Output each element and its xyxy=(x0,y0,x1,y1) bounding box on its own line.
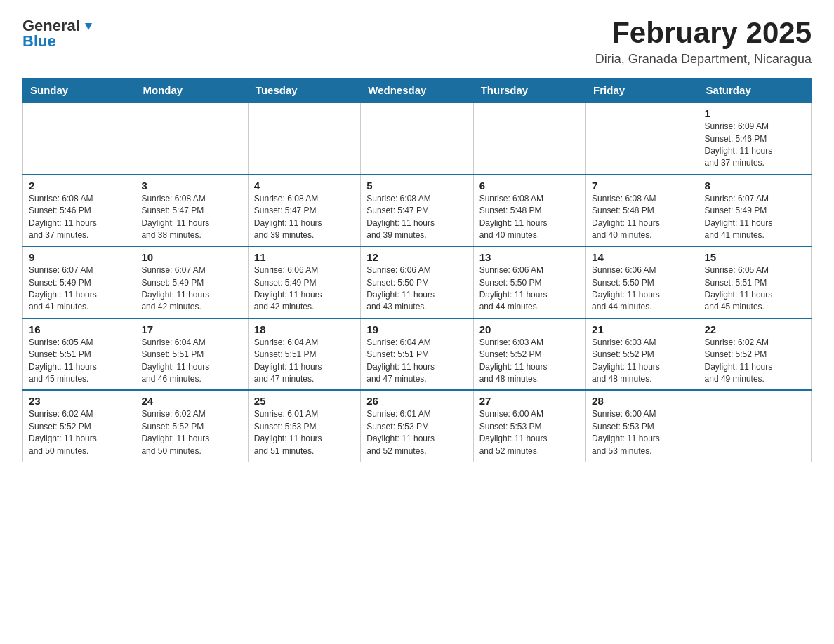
calendar-cell: 1Sunrise: 6:09 AM Sunset: 5:46 PM Daylig… xyxy=(699,102,811,175)
day-info: Sunrise: 6:06 AM Sunset: 5:49 PM Dayligh… xyxy=(254,264,355,314)
calendar-cell: 16Sunrise: 6:05 AM Sunset: 5:51 PM Dayli… xyxy=(23,318,135,391)
calendar-cell: 12Sunrise: 6:06 AM Sunset: 5:50 PM Dayli… xyxy=(361,246,473,318)
day-info: Sunrise: 6:04 AM Sunset: 5:51 PM Dayligh… xyxy=(254,337,355,386)
day-number: 7 xyxy=(592,180,692,192)
day-info: Sunrise: 6:02 AM Sunset: 5:52 PM Dayligh… xyxy=(705,337,805,386)
day-number: 14 xyxy=(592,251,692,263)
day-info: Sunrise: 6:06 AM Sunset: 5:50 PM Dayligh… xyxy=(479,264,580,314)
day-info: Sunrise: 6:08 AM Sunset: 5:48 PM Dayligh… xyxy=(479,193,580,242)
day-number: 2 xyxy=(29,180,129,192)
day-info: Sunrise: 6:00 AM Sunset: 5:53 PM Dayligh… xyxy=(592,408,692,457)
calendar-cell xyxy=(135,102,248,175)
day-info: Sunrise: 6:08 AM Sunset: 5:47 PM Dayligh… xyxy=(254,193,355,242)
calendar-cell: 24Sunrise: 6:02 AM Sunset: 5:52 PM Dayli… xyxy=(135,390,248,462)
day-info: Sunrise: 6:03 AM Sunset: 5:52 PM Dayligh… xyxy=(479,337,580,386)
day-number: 6 xyxy=(479,180,580,192)
day-header-tuesday: Tuesday xyxy=(248,79,360,103)
calendar-cell: 14Sunrise: 6:06 AM Sunset: 5:50 PM Dayli… xyxy=(586,246,699,318)
calendar-cell xyxy=(699,390,811,462)
day-info: Sunrise: 6:01 AM Sunset: 5:53 PM Dayligh… xyxy=(366,408,467,457)
day-info: Sunrise: 6:08 AM Sunset: 5:48 PM Dayligh… xyxy=(592,193,692,242)
calendar-cell: 28Sunrise: 6:00 AM Sunset: 5:53 PM Dayli… xyxy=(586,390,699,462)
day-header-saturday: Saturday xyxy=(699,79,811,103)
day-info: Sunrise: 6:05 AM Sunset: 5:51 PM Dayligh… xyxy=(29,337,129,386)
day-info: Sunrise: 6:06 AM Sunset: 5:50 PM Dayligh… xyxy=(366,264,467,314)
calendar-cell: 26Sunrise: 6:01 AM Sunset: 5:53 PM Dayli… xyxy=(361,390,473,462)
day-header-sunday: Sunday xyxy=(23,79,135,103)
day-number: 17 xyxy=(141,323,241,335)
day-info: Sunrise: 6:07 AM Sunset: 5:49 PM Dayligh… xyxy=(29,264,129,314)
calendar-cell: 8Sunrise: 6:07 AM Sunset: 5:49 PM Daylig… xyxy=(699,175,811,247)
calendar-cell xyxy=(473,102,585,175)
calendar-cell: 21Sunrise: 6:03 AM Sunset: 5:52 PM Dayli… xyxy=(586,318,699,391)
day-header-friday: Friday xyxy=(586,79,699,103)
day-info: Sunrise: 6:01 AM Sunset: 5:53 PM Dayligh… xyxy=(254,408,355,457)
calendar-cell: 10Sunrise: 6:07 AM Sunset: 5:49 PM Dayli… xyxy=(135,246,248,318)
calendar-cell xyxy=(586,102,699,175)
day-number: 27 xyxy=(479,395,580,407)
calendar-cell xyxy=(248,102,360,175)
calendar-week-row: 1Sunrise: 6:09 AM Sunset: 5:46 PM Daylig… xyxy=(23,102,812,175)
calendar-cell: 25Sunrise: 6:01 AM Sunset: 5:53 PM Dayli… xyxy=(248,390,360,462)
day-number: 3 xyxy=(141,180,241,192)
calendar-cell: 22Sunrise: 6:02 AM Sunset: 5:52 PM Dayli… xyxy=(699,318,811,391)
day-number: 13 xyxy=(479,251,580,263)
day-number: 1 xyxy=(705,107,805,119)
day-number: 22 xyxy=(705,323,805,335)
calendar-week-row: 16Sunrise: 6:05 AM Sunset: 5:51 PM Dayli… xyxy=(23,318,812,391)
logo: General Blue xyxy=(22,17,95,51)
calendar-subtitle: Diria, Granada Department, Nicaragua xyxy=(595,52,812,67)
day-number: 20 xyxy=(479,323,580,335)
calendar-cell: 18Sunrise: 6:04 AM Sunset: 5:51 PM Dayli… xyxy=(248,318,360,391)
day-number: 15 xyxy=(705,251,805,263)
day-number: 11 xyxy=(254,251,355,263)
day-header-thursday: Thursday xyxy=(473,79,585,103)
day-info: Sunrise: 6:08 AM Sunset: 5:46 PM Dayligh… xyxy=(29,193,129,242)
day-number: 10 xyxy=(141,251,241,263)
calendar-title: February 2025 xyxy=(595,17,812,49)
title-area: February 2025 Diria, Granada Department,… xyxy=(595,17,812,67)
calendar-week-row: 2Sunrise: 6:08 AM Sunset: 5:46 PM Daylig… xyxy=(23,175,812,247)
day-info: Sunrise: 6:03 AM Sunset: 5:52 PM Dayligh… xyxy=(592,337,692,386)
day-number: 24 xyxy=(141,395,241,407)
calendar-cell xyxy=(361,102,473,175)
day-info: Sunrise: 6:07 AM Sunset: 5:49 PM Dayligh… xyxy=(141,264,241,314)
calendar-cell: 17Sunrise: 6:04 AM Sunset: 5:51 PM Dayli… xyxy=(135,318,248,391)
day-info: Sunrise: 6:02 AM Sunset: 5:52 PM Dayligh… xyxy=(29,408,129,457)
calendar-cell: 15Sunrise: 6:05 AM Sunset: 5:51 PM Dayli… xyxy=(699,246,811,318)
calendar-header-row: SundayMondayTuesdayWednesdayThursdayFrid… xyxy=(23,79,812,103)
calendar-cell: 11Sunrise: 6:06 AM Sunset: 5:49 PM Dayli… xyxy=(248,246,360,318)
day-number: 21 xyxy=(592,323,692,335)
day-number: 19 xyxy=(366,323,467,335)
day-number: 4 xyxy=(254,180,355,192)
calendar-table: SundayMondayTuesdayWednesdayThursdayFrid… xyxy=(22,78,812,462)
day-info: Sunrise: 6:07 AM Sunset: 5:49 PM Dayligh… xyxy=(705,193,805,242)
calendar-week-row: 23Sunrise: 6:02 AM Sunset: 5:52 PM Dayli… xyxy=(23,390,812,462)
day-number: 12 xyxy=(366,251,467,263)
day-info: Sunrise: 6:09 AM Sunset: 5:46 PM Dayligh… xyxy=(705,121,805,170)
calendar-cell: 6Sunrise: 6:08 AM Sunset: 5:48 PM Daylig… xyxy=(473,175,585,247)
calendar-cell: 20Sunrise: 6:03 AM Sunset: 5:52 PM Dayli… xyxy=(473,318,585,391)
calendar-cell: 27Sunrise: 6:00 AM Sunset: 5:53 PM Dayli… xyxy=(473,390,585,462)
calendar-week-row: 9Sunrise: 6:07 AM Sunset: 5:49 PM Daylig… xyxy=(23,246,812,318)
day-number: 23 xyxy=(29,395,129,407)
day-number: 8 xyxy=(705,180,805,192)
calendar-cell: 23Sunrise: 6:02 AM Sunset: 5:52 PM Dayli… xyxy=(23,390,135,462)
calendar-cell: 13Sunrise: 6:06 AM Sunset: 5:50 PM Dayli… xyxy=(473,246,585,318)
day-number: 25 xyxy=(254,395,355,407)
calendar-cell: 9Sunrise: 6:07 AM Sunset: 5:49 PM Daylig… xyxy=(23,246,135,318)
day-info: Sunrise: 6:08 AM Sunset: 5:47 PM Dayligh… xyxy=(141,193,241,242)
day-number: 18 xyxy=(254,323,355,335)
day-number: 28 xyxy=(592,395,692,407)
day-info: Sunrise: 6:00 AM Sunset: 5:53 PM Dayligh… xyxy=(479,408,580,457)
page-header: General Blue February 2025 Diria, Granad… xyxy=(22,17,812,67)
svg-marker-0 xyxy=(85,23,92,30)
day-number: 16 xyxy=(29,323,129,335)
day-info: Sunrise: 6:05 AM Sunset: 5:51 PM Dayligh… xyxy=(705,264,805,314)
day-number: 26 xyxy=(366,395,467,407)
day-info: Sunrise: 6:04 AM Sunset: 5:51 PM Dayligh… xyxy=(141,337,241,386)
day-info: Sunrise: 6:08 AM Sunset: 5:47 PM Dayligh… xyxy=(366,193,467,242)
day-info: Sunrise: 6:02 AM Sunset: 5:52 PM Dayligh… xyxy=(141,408,241,457)
day-info: Sunrise: 6:06 AM Sunset: 5:50 PM Dayligh… xyxy=(592,264,692,314)
day-info: Sunrise: 6:04 AM Sunset: 5:51 PM Dayligh… xyxy=(366,337,467,386)
